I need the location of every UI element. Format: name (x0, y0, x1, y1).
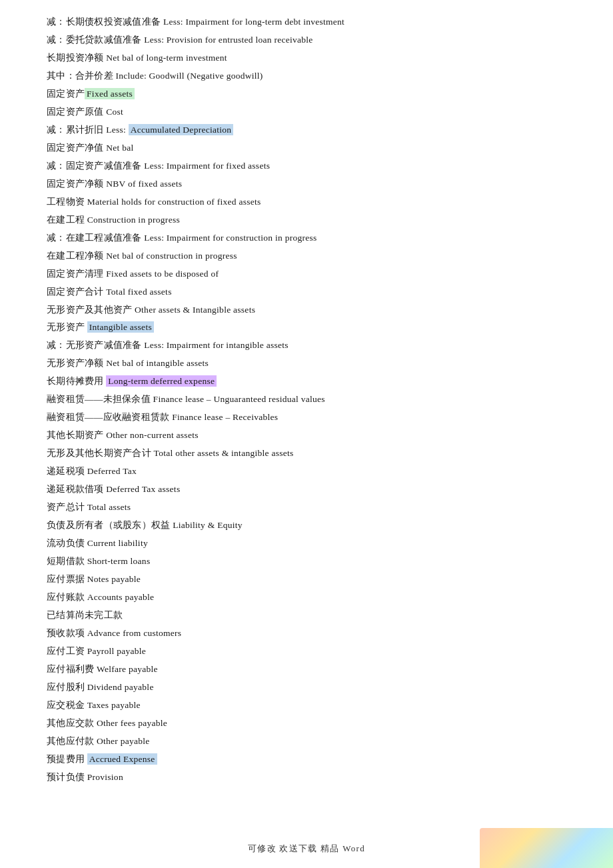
content-area: 减：长期债权投资减值准备 Less: Impairment for long-t… (0, 0, 613, 840)
list-item: 预收款项 Advance from customers (47, 625, 566, 643)
list-item: 固定资产清理 Fixed assets to be disposed of (47, 265, 566, 283)
list-item: 减：在建工程减值准备 Less: Impairment for construc… (47, 229, 566, 247)
list-item: 无形资产及其他资产 Other assets & Intangible asse… (47, 301, 566, 319)
list-item: 在建工程净额 Net bal of construction in progre… (47, 247, 566, 265)
list-item: 融资租赁——应收融资租赁款 Finance lease – Receivable… (47, 409, 566, 427)
list-item: 预提费用 Accrued Expense (47, 751, 566, 769)
list-item: 在建工程 Construction in progress (47, 211, 566, 229)
text-before: 预提费用 (47, 754, 87, 764)
list-item: 长期投资净额 Net bal of long-term investment (47, 49, 566, 67)
text-before: 长期待摊费用 (47, 376, 106, 386)
highlighted-text: Accrued Expense (87, 753, 157, 765)
list-item: 递延税项 Deferred Tax (47, 463, 566, 481)
list-item: 工程物资 Material holds for construction of … (47, 193, 566, 211)
list-item: 长期待摊费用 Long-term deferred expense (47, 373, 566, 391)
list-item: 固定资产净额 NBV of fixed assets (47, 175, 566, 193)
list-item: 短期借款 Short-term loans (47, 553, 566, 571)
list-item: 减：无形资产减值准备 Less: Impairment for intangib… (47, 337, 566, 355)
list-item: 固定资产净值 Net bal (47, 139, 566, 157)
list-item: 无形及其他长期资产合计 Total other assets & intangi… (47, 445, 566, 463)
list-item: 减：累计折旧 Less: Accumulated Depreciation (47, 121, 566, 139)
list-item: 其他长期资产 Other non-current assets (47, 427, 566, 445)
list-item: 应付股利 Dividend payable (47, 679, 566, 697)
list-item: 无形资产 Intangible assets (47, 319, 566, 337)
highlighted-text: Intangible assets (87, 321, 154, 333)
list-item: 应付票据 Notes payable (47, 571, 566, 589)
text-before: 固定资产 (47, 89, 85, 99)
list-item: 递延税款借项 Deferred Tax assets (47, 481, 566, 499)
highlighted-text: Accumulated Depreciation (129, 124, 234, 135)
list-item: 减：委托贷款减值准备 Less: Provision for entrusted… (47, 31, 566, 49)
list-item: 其他应付款 Other payable (47, 733, 566, 751)
list-item: 固定资产原值 Cost (47, 103, 566, 121)
list-item: 流动负债 Current liability (47, 535, 566, 553)
text-before: 无形资产 (47, 322, 87, 332)
highlighted-text: Fixed assets (85, 88, 135, 99)
list-item: 固定资产合计 Total fixed assets (47, 283, 566, 301)
list-item: 应交税金 Taxes payable (47, 697, 566, 715)
text-before: 减：累计折旧 Less: (47, 125, 129, 135)
list-item: 应付福利费 Welfare payable (47, 661, 566, 679)
footer-text: 可修改 欢送下载 精品 Word (248, 843, 365, 853)
list-item: 应付工资 Payroll payable (47, 643, 566, 661)
list-item: 减：固定资产减值准备 Less: Impairment for fixed as… (47, 157, 566, 175)
list-item: 减：长期债权投资减值准备 Less: Impairment for long-t… (47, 13, 566, 31)
list-item: 无形资产净额 Net bal of intangible assets (47, 355, 566, 373)
list-item: 资产总计 Total assets (47, 499, 566, 517)
list-item: 已结算尚未完工款 (47, 607, 566, 625)
list-item: 预计负债 Provision (47, 769, 566, 787)
list-item: 融资租赁——未担保余值 Finance lease – Unguaranteed… (47, 391, 566, 409)
highlighted-text: Long-term deferred expense (106, 375, 217, 387)
list-item: 其他应交款 Other fees payable (47, 715, 566, 733)
list-item: 其中：合并价差 Include: Goodwill (Negative good… (47, 67, 566, 85)
list-item: 应付账款 Accounts payable (47, 589, 566, 607)
list-item: 负债及所有者（或股东）权益 Liability & Equity (47, 517, 566, 535)
footer-decoration (480, 828, 613, 868)
list-item: 固定资产Fixed assets (47, 85, 566, 103)
